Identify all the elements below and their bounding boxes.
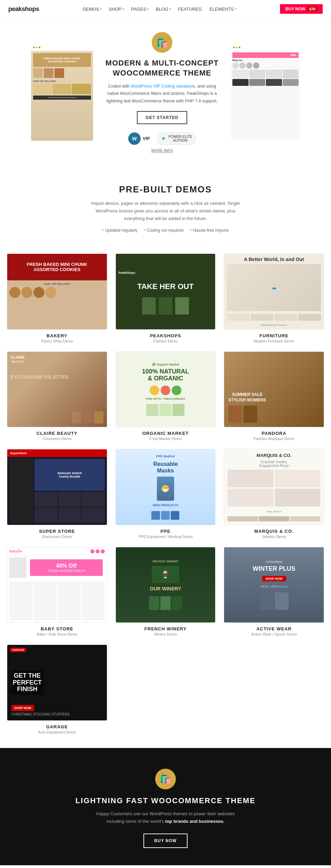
main-nav: peakshops DEMOS SHOP PAGES BLOG FEATURES… [0,0,331,18]
super-banner-text: Nintendo Switch Family Bundle [58,471,82,478]
wp-link[interactable]: WordPress VIP Coding standards [131,84,195,89]
feature-1: Updated regularly [102,228,138,233]
footer-bag-icon: 🛍️ [155,769,176,789]
demo-thumb-baby: babyGo 40% Off All Baby and Kids Product… [7,547,107,623]
nav-elements[interactable]: ELEMENTS [210,7,237,12]
demo-card-pandora[interactable]: NEW SUMMER SALE STYLISH WOMENS PANDORA F… [224,351,324,441]
site-logo[interactable]: peakshops [8,6,39,13]
claire-text: EYESHADOW PALETTES [11,374,69,380]
winery-name: FRENCH WINERY [116,626,216,631]
claire-sub-label: Cosmetics Demo [7,437,107,441]
bakery-sub-label: Pastry Shop Demo [7,339,107,343]
nav-shop[interactable]: SHOP [109,7,124,12]
wp-vip-label: VIP [143,136,150,141]
get-started-button[interactable]: GET STARTED [137,111,188,124]
demo-thumb-garage: GARAGE GET THE PERFECT FINISH SHOP NOW C… [7,645,107,720]
garage-sub: CHRISTMAS STOCKING STUFFERS [11,712,70,716]
hero-section: FRESH BAKED MINI CHUNKASSORTED COOKIES O… [0,18,331,167]
demo-card-baby[interactable]: babyGo 40% Off All Baby and Kids Product… [7,547,107,637]
hero-left-preview: FRESH BAKED MINI CHUNKASSORTED COOKIES O… [31,44,93,141]
demo-card-active[interactable]: ActiveWear WINTER PLUS SHOP NOW NEW ARRI… [224,547,324,637]
active-name: ACTIVE WEAR [224,626,324,631]
active-sub: NEW ARRIVALS [260,585,288,588]
footer-description: Happy Customers use our WordPress themes… [93,810,238,825]
elite-label: POWER ELITE AUTHOR [169,135,192,142]
demo-thumb-ppe: NEW PPE Medical Reusable Masks 😷 NEW PRO… [116,449,216,525]
nav-features[interactable]: FEATURES [178,7,202,12]
nav-links: DEMOS SHOP PAGES BLOG FEATURES ELEMENTS [83,7,237,12]
price-tag: $39 [308,7,317,11]
organic-title: 100% NATURAL & ORGANIC [142,368,189,382]
marquis-sub-label: Jewelry Demo [224,535,324,539]
bag-icon: 🛍️ [152,32,172,53]
super-nav-text: SuperStore [10,451,27,455]
elite-badge: ✦ POWER ELITE AUTHOR [157,132,196,145]
marquis-header: MARQUIS & CO. [228,453,320,458]
demo-grid: FRESH BAKED MINI CHUNK ASSORTED COOKIES … [0,253,331,748]
hero-right-preview: 40% Baby Go [231,44,300,141]
wp-vip-badge: W VIP [128,132,150,145]
more-info-link[interactable]: MORE INFO [151,148,173,152]
demo-card-claire[interactable]: CLAIREBEAUTY EYESHADOW PALETTES CLAIRE B… [7,351,107,441]
demos-features: Updated regularly Coding not required Ha… [10,228,321,233]
super-sub-label: Electronics Demo [7,535,107,539]
demos-title: PRE-BUILT DEMOS [10,184,321,195]
buy-now-label: BUY NOW [285,7,305,11]
buy-now-button[interactable]: BUY NOW $39 [280,4,323,14]
baby-promo-sub: All Baby and Kids Products [33,569,99,572]
nav-demos[interactable]: DEMOS [83,7,102,12]
furniture-title: A Better World, In and Out [227,257,321,262]
demo-thumb-super: SuperStore Nintendo Switch Family Bundle [7,449,107,525]
garage-title: GET THE PERFECT FINISH [13,672,42,693]
baby-logo: babyGo [9,549,22,553]
organic-sub-label: Food Market Demo [116,437,216,441]
winery-title: OUR WINERY [150,586,181,591]
demo-card-ppe[interactable]: NEW PPE Medical Reusable Masks 😷 NEW PRO… [116,449,216,539]
garage-sub-label: Auto Equipment Demo [7,730,107,734]
feature-2: Coding not required [144,228,183,233]
hero-left-image: FRESH BAKED MINI CHUNKASSORTED COOKIES O… [31,44,93,141]
demo-card-garage[interactable]: GARAGE GET THE PERFECT FINISH SHOP NOW C… [7,645,107,734]
demos-description: Import demos, pages or elements separate… [86,200,245,222]
demo-thumb-fashion: PeakShops TAKE HER OUT [116,253,216,330]
pandora-text: SUMMER SALE STYLISH WOMENS [228,392,266,403]
demo-thumb-organic: NEW 🌿 Organic Market 100% NATURAL & ORGA… [116,351,216,428]
hero-center-content: 🛍️ MODERN & MULTI-CONCEPT WOOCOMMERCE TH… [103,32,221,153]
furniture-sub-label: Modern Furniture Demo [224,339,324,343]
demo-thumb-claire: CLAIREBEAUTY EYESHADOW PALETTES [7,351,107,427]
hero-description: Coded with WordPress VIP Coding standard… [103,83,221,105]
hero-title: MODERN & MULTI-CONCEPT WOOCOMMERCE THEME [103,58,221,78]
demo-thumb-active: ActiveWear WINTER PLUS SHOP NOW NEW ARRI… [224,547,324,623]
marquis-name: MARQUIS & CO. [224,529,324,534]
organic-name: ORGANIC MARKET [116,431,216,436]
bakery-name: BAKERY [7,333,107,338]
footer-buy-button[interactable]: BUY NOW [143,834,188,848]
furniture-name: FURNITURE [224,333,324,338]
fashion-name: PEAKSHOPS [116,333,216,338]
bakery-sub: OUR TOP SELLERS [9,282,105,286]
demo-card-marquis[interactable]: MARQUIS & CO. Exquisite Jewelry Engageme… [224,449,324,539]
furniture-best: Best Selling Products [227,323,321,327]
pandora-name: PANDORA [224,431,324,436]
nav-pages[interactable]: PAGES [131,7,149,12]
demo-card-super[interactable]: SuperStore Nintendo Switch Family Bundle [7,449,107,539]
wp-logo-icon: W [128,132,141,145]
baby-sub-label: Baby / Kids Store Demo [7,632,107,636]
demo-card-organic[interactable]: NEW 🌿 Organic Market 100% NATURAL & ORGA… [116,351,216,441]
pandora-sub-label: Fashion Boutique Demo [224,437,324,441]
demo-card-fashion[interactable]: PeakShops TAKE HER OUT PEAKSHOPS Fashion… [116,253,216,343]
ppe-sub: NEW PRODUCTS [153,503,178,507]
feature-3: Hassle-free imports [190,228,229,233]
ppe-name: PPE [116,529,216,534]
demo-thumb-bakery: FRESH BAKED MINI CHUNK ASSORTED COOKIES … [7,253,107,329]
organic-sub: FINE GIFTS · FRESH BREADS [146,397,185,400]
demo-card-bakery[interactable]: FRESH BAKED MINI CHUNK ASSORTED COOKIES … [7,253,107,343]
demo-card-furniture[interactable]: A Better World, In and Out 🛋️ Best Selli… [224,253,324,343]
active-title: WINTER PLUS [253,566,295,572]
footer-title: LIGHTNING FAST WOOCOMMERCE THEME [10,796,321,805]
demo-thumb-pandora: NEW SUMMER SALE STYLISH WOMENS [224,351,324,427]
nav-blog[interactable]: BLOG [156,7,171,12]
demo-card-winery[interactable]: FRANCE WINERY 🍷 OUR WINERY FRENCH WINERY… [116,547,216,637]
demo-thumb-furniture: A Better World, In and Out 🛋️ Best Selli… [224,253,324,329]
ppe-sub-label: PPE Equipment / Medical Demo [116,535,216,539]
